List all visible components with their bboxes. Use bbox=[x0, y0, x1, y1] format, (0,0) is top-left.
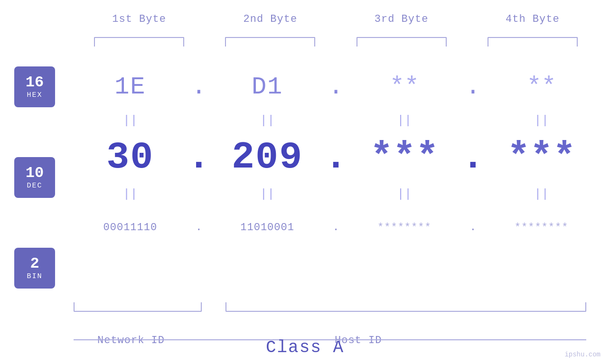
bracket-2 bbox=[205, 37, 336, 47]
bracket-1 bbox=[74, 37, 205, 47]
byte-header-4: 4th Byte bbox=[467, 13, 598, 25]
hex-dot-3: . bbox=[461, 73, 485, 101]
dec-values: 30 . 209 . *** . *** bbox=[74, 136, 598, 179]
top-brackets bbox=[74, 37, 598, 47]
hex-val-1: 1E bbox=[74, 73, 187, 101]
eq-2: || bbox=[211, 113, 324, 128]
network-bracket bbox=[74, 302, 202, 312]
bin-val-3: ******** bbox=[348, 222, 461, 233]
eq-4: || bbox=[485, 113, 598, 128]
eq-1: || bbox=[74, 113, 187, 128]
bin-val-4: ******** bbox=[485, 222, 598, 233]
eq-7: || bbox=[348, 187, 461, 201]
eq-5: || bbox=[74, 187, 187, 201]
network-id-label: Network ID bbox=[97, 335, 165, 346]
bin-dot-3: . bbox=[461, 222, 485, 233]
dec-dot-1: . bbox=[187, 136, 211, 179]
hex-label: 16 HEX bbox=[14, 66, 55, 107]
bin-number: 2 bbox=[30, 256, 39, 271]
dec-label: 10 DEC bbox=[14, 157, 55, 198]
bin-label: 2 BIN bbox=[14, 248, 55, 289]
dec-number: 10 bbox=[26, 166, 44, 181]
bin-name: BIN bbox=[27, 272, 42, 280]
eq-row-1: || || || || bbox=[74, 107, 598, 133]
hex-number: 16 bbox=[26, 75, 44, 90]
bin-dot-2: . bbox=[324, 222, 348, 233]
bracket-4 bbox=[467, 37, 598, 47]
hex-val-3: ** bbox=[348, 73, 461, 101]
eq-3: || bbox=[348, 113, 461, 128]
page: 1st Byte 2nd Byte 3rd Byte 4th Byte 16 H… bbox=[0, 0, 610, 364]
byte-header-1: 1st Byte bbox=[74, 13, 205, 25]
byte-headers: 1st Byte 2nd Byte 3rd Byte 4th Byte bbox=[74, 13, 598, 25]
hex-dot-1: . bbox=[187, 73, 211, 101]
dec-val-3: *** bbox=[348, 136, 461, 179]
bin-values: 00011110 . 11010001 . ******** . *******… bbox=[74, 222, 598, 233]
watermark: ipshu.com bbox=[564, 351, 601, 358]
bottom-brackets bbox=[74, 302, 586, 317]
bin-val-2: 11010001 bbox=[211, 222, 324, 233]
hex-row: 1E . D1 . ** . ** bbox=[74, 66, 598, 107]
eq-row-2: || || || || bbox=[74, 181, 598, 207]
bin-row: 00011110 . 11010001 . ******** . *******… bbox=[74, 207, 598, 248]
eq-values-1: || || || || bbox=[74, 113, 598, 128]
byte-header-2: 2nd Byte bbox=[205, 13, 336, 25]
hex-values: 1E . D1 . ** . ** bbox=[74, 73, 598, 101]
bracket-3 bbox=[336, 37, 467, 47]
bin-dot-1: . bbox=[187, 222, 211, 233]
hex-val-2: D1 bbox=[211, 73, 324, 101]
bin-val-1: 00011110 bbox=[74, 222, 187, 233]
hex-val-4: ** bbox=[485, 73, 598, 101]
base-labels: 16 HEX 10 DEC 2 BIN bbox=[14, 66, 55, 289]
eq-values-2: || || || || bbox=[74, 187, 598, 201]
dec-row: 30 . 209 . *** . *** bbox=[74, 133, 598, 181]
dec-dot-2: . bbox=[324, 136, 348, 179]
hex-name: HEX bbox=[27, 91, 42, 99]
dec-dot-3: . bbox=[461, 136, 485, 179]
hex-dot-2: . bbox=[324, 73, 348, 101]
dec-val-4: *** bbox=[485, 136, 598, 179]
byte-header-3: 3rd Byte bbox=[336, 13, 467, 25]
dec-name: DEC bbox=[27, 182, 42, 190]
data-rows: 1E . D1 . ** . ** || || || || bbox=[74, 66, 598, 248]
eq-6: || bbox=[211, 187, 324, 201]
eq-8: || bbox=[485, 187, 598, 201]
host-bracket bbox=[225, 302, 586, 312]
class-label: Class A bbox=[266, 338, 344, 357]
dec-val-1: 30 bbox=[74, 136, 187, 179]
dec-val-2: 209 bbox=[211, 136, 324, 179]
